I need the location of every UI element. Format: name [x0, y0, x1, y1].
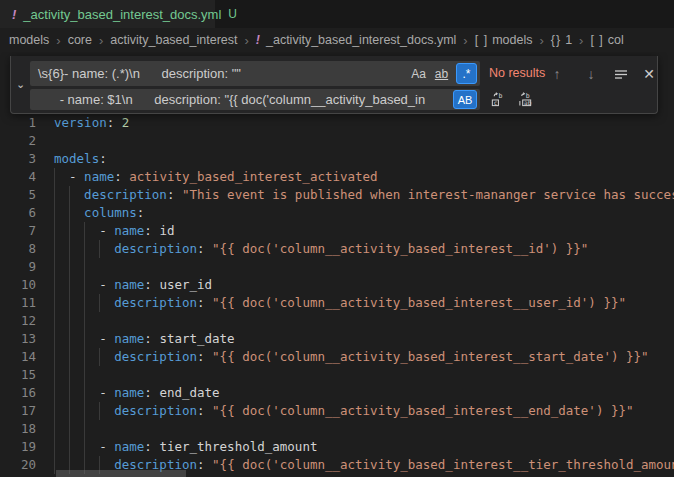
- tab-filename: _activity_based_interest_docs.yml: [23, 7, 221, 22]
- code-line: 9: [0, 258, 674, 276]
- breadcrumb-label: activity_based_interest: [110, 33, 237, 47]
- code-line-text: - name: user_id: [54, 276, 212, 294]
- breadcrumb-separator-icon: ›: [56, 33, 60, 48]
- breadcrumb-label: core: [68, 33, 92, 47]
- code-line: 10 - name: user_id: [0, 276, 674, 294]
- horizontal-scrollbar[interactable]: [56, 470, 186, 477]
- match-case-toggle[interactable]: Aa: [408, 63, 429, 84]
- code-line: 13 - name: start_date: [0, 330, 674, 348]
- breadcrumb: models›core›activity_based_interest›!_ac…: [0, 28, 674, 52]
- indent-guide: [84, 420, 85, 438]
- code-line-text: - name: activity_based_interest_activate…: [54, 168, 378, 186]
- line-number: 13: [0, 330, 36, 348]
- breadcrumb-label: models: [9, 33, 49, 47]
- line-number: 11: [0, 294, 36, 312]
- code-line-text: - name: end_date: [54, 384, 220, 402]
- breadcrumb-item-_activity_based_interest_docs.yml[interactable]: !_activity_based_interest_docs.yml: [256, 33, 457, 47]
- tab-active-yaml-file[interactable]: ! _activity_based_interest_docs.yml U: [0, 0, 215, 28]
- line-number: 16: [0, 384, 36, 402]
- whole-word-toggle[interactable]: ab: [431, 63, 452, 84]
- indent-guide: [84, 366, 85, 384]
- indent-guide: [69, 366, 70, 384]
- breadcrumb-item-col[interactable]: [ ]col: [590, 33, 623, 47]
- previous-match-button[interactable]: ↑: [545, 62, 569, 85]
- array-symbol-icon: [ ]: [590, 33, 603, 47]
- find-results-status: No results: [489, 61, 545, 86]
- code-line-text: version: 2: [54, 114, 129, 132]
- replace-all-button[interactable]: b ab: [513, 89, 537, 110]
- find-in-selection-button[interactable]: [609, 62, 633, 85]
- breadcrumb-item-core[interactable]: core: [68, 33, 92, 47]
- code-line: 14 description: "{{ doc('column__activit…: [0, 348, 674, 366]
- line-number: 2: [0, 132, 36, 150]
- code-line-text: - name: tier_threshold_amount: [54, 438, 317, 456]
- line-number: 5: [0, 186, 36, 204]
- indent-guide: [69, 420, 70, 438]
- yaml-file-icon: !: [12, 7, 16, 22]
- tab-bar: ! _activity_based_interest_docs.yml U: [0, 0, 674, 28]
- code-line-text: - name: id: [54, 222, 174, 240]
- preserve-case-toggle[interactable]: AB: [453, 90, 477, 109]
- code-line-text: description: "{{ doc('column__activity_b…: [54, 240, 588, 258]
- code-line: 16 - name: end_date: [0, 384, 674, 402]
- vscode-window: ! _activity_based_interest_docs.yml U mo…: [0, 0, 674, 477]
- indent-guide: [54, 366, 55, 384]
- code-line: 3models:: [0, 150, 674, 168]
- code-line-text: description: "{{ doc('column__activity_b…: [54, 402, 634, 420]
- code-line: 1version: 2: [0, 114, 674, 132]
- find-in-selection-icon: [614, 67, 628, 81]
- breadcrumb-item-activity_based_interest[interactable]: activity_based_interest: [110, 33, 237, 47]
- code-line: 2: [0, 132, 674, 150]
- code-line: 18: [0, 420, 674, 438]
- indent-guide: [84, 312, 85, 330]
- line-number: 3: [0, 150, 36, 168]
- find-replace-widget: ⌄ \s{6}- name: (.*)\n description: "" Aa…: [10, 56, 658, 114]
- breadcrumb-item-1[interactable]: {}1: [551, 33, 572, 47]
- code-line: 5 description: "This event is published …: [0, 186, 674, 204]
- line-number: 10: [0, 276, 36, 294]
- editor-pane[interactable]: 1version: 223models:4 - name: activity_b…: [0, 52, 674, 477]
- breadcrumb-label: 1: [565, 33, 572, 47]
- line-number: 18: [0, 420, 36, 438]
- line-number: 15: [0, 366, 36, 384]
- breadcrumb-separator-icon: ›: [244, 33, 248, 48]
- code-line: 4 - name: activity_based_interest_activa…: [0, 168, 674, 186]
- regex-toggle[interactable]: .*: [456, 63, 477, 84]
- replace-one-button[interactable]: b c: [485, 89, 509, 110]
- line-number: 17: [0, 402, 36, 420]
- next-match-button[interactable]: ↓: [579, 62, 603, 85]
- line-number: 8: [0, 240, 36, 258]
- svg-text:ab: ab: [524, 99, 532, 106]
- code-line-text: columns:: [54, 204, 144, 222]
- breadcrumb-label: col: [608, 33, 624, 47]
- indent-guide: [84, 258, 85, 276]
- breadcrumb-separator-icon: ›: [539, 33, 543, 48]
- line-number: 12: [0, 312, 36, 330]
- breadcrumb-item-models[interactable]: models: [9, 33, 49, 47]
- breadcrumb-separator-icon: ›: [99, 33, 103, 48]
- close-find-button[interactable]: ✕: [637, 62, 661, 85]
- line-number: 20: [0, 456, 36, 474]
- code-line-text: description: "{{ doc('column__activity_b…: [54, 294, 626, 312]
- code-line: 7 - name: id: [0, 222, 674, 240]
- line-number: 14: [0, 348, 36, 366]
- code-area: 1version: 223models:4 - name: activity_b…: [0, 114, 674, 474]
- code-line: 12: [0, 312, 674, 330]
- code-line-text: description: "{{ doc('column__activity_b…: [54, 348, 649, 366]
- indent-guide: [54, 312, 55, 330]
- line-number: 9: [0, 258, 36, 276]
- breadcrumb-item-models[interactable]: [ ]models: [475, 33, 533, 47]
- code-line: 17 description: "{{ doc('column__activit…: [0, 402, 674, 420]
- indent-guide: [69, 312, 70, 330]
- code-line: 6 columns:: [0, 204, 674, 222]
- indent-guide: [54, 420, 55, 438]
- replace-row: - name: $1\n description: "{{ doc('colum…: [11, 89, 657, 110]
- find-input[interactable]: \s{6}- name: (.*)\n description: "" Aa a…: [30, 61, 480, 86]
- code-line-text: description: "This event is published wh…: [54, 186, 674, 204]
- replace-input[interactable]: - name: $1\n description: "{{ doc('colum…: [30, 89, 480, 110]
- code-line: 15: [0, 366, 674, 384]
- array-symbol-icon: [ ]: [475, 33, 488, 47]
- breadcrumb-label: models: [492, 33, 532, 47]
- code-line: 19 - name: tier_threshold_amount: [0, 438, 674, 456]
- git-status-untracked: U: [228, 7, 237, 21]
